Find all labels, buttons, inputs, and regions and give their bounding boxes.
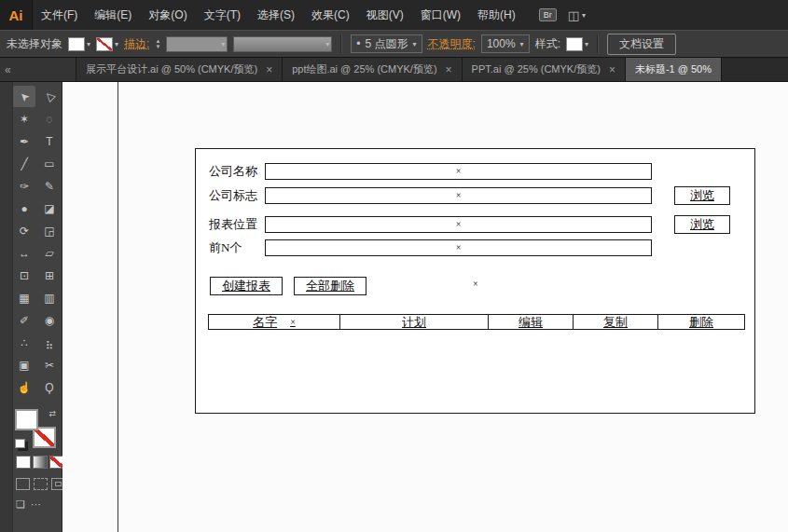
close-icon[interactable]: × — [609, 63, 615, 76]
menu-view[interactable]: 视图(V) — [358, 0, 412, 30]
more-options-icon[interactable]: ⋯ — [31, 498, 41, 511]
blob-brush-tool[interactable]: ● — [13, 198, 35, 219]
default-fill-stroke-icon[interactable] — [15, 439, 25, 448]
company-name-input[interactable]: × — [265, 163, 652, 180]
slice-tool[interactable]: ✂ — [38, 354, 61, 375]
color-button[interactable] — [16, 456, 31, 469]
menu-object[interactable]: 对象(O) — [140, 0, 195, 30]
company-logo-input[interactable]: × — [265, 187, 652, 204]
style-dropdown[interactable]: ▾ — [566, 37, 588, 51]
report-table-header: 名字 × 计划 编辑 复制 删除 — [208, 314, 745, 330]
stroke-panel-link[interactable]: 描边: — [124, 36, 149, 52]
scale-tool[interactable]: ◲ — [38, 220, 61, 241]
eraser-tool[interactable]: ◪ — [38, 198, 61, 219]
shape-builder-tool[interactable]: ⊡ — [13, 265, 35, 286]
mesh-tool-icon: ▦ — [19, 292, 29, 305]
width-tool[interactable]: ↔ — [13, 242, 35, 264]
perspective-grid-tool[interactable]: ⊞ — [38, 265, 61, 286]
artboard-tool[interactable]: ▣ — [13, 354, 35, 375]
eyedropper-tool[interactable]: ✐ — [13, 309, 35, 331]
app-logo: Ai — [0, 0, 33, 30]
stroke-weight-stepper[interactable]: ▲ ▼ — [155, 38, 160, 49]
table-header-delete[interactable]: 删除 — [657, 314, 745, 330]
bridge-icon[interactable]: Br — [539, 8, 557, 21]
document-tab-4-active[interactable]: 未标题-1 @ 50% — [626, 58, 722, 81]
table-header-copy[interactable]: 复制 — [573, 314, 658, 330]
type-tool[interactable]: T — [38, 130, 61, 152]
hand-tool[interactable]: ☝ — [13, 376, 35, 398]
mesh-tool[interactable]: ▦ — [13, 287, 35, 308]
variable-width-profile-dropdown[interactable]: ▾ — [233, 36, 332, 52]
rectangle-tool[interactable]: ▭ — [38, 153, 61, 174]
table-header-edit[interactable]: 编辑 — [488, 314, 574, 330]
stroke-weight-dropdown[interactable]: ▾ — [166, 36, 228, 52]
create-report-button[interactable]: 创建报表 — [210, 277, 283, 295]
fill-color-dropdown[interactable]: ▾ — [68, 37, 90, 51]
direct-selection-tool[interactable]: ▷ — [38, 86, 61, 107]
lasso-tool[interactable]: ◌ — [38, 108, 61, 130]
browse-logo-button[interactable]: 浏览 — [674, 186, 730, 205]
draw-behind-icon[interactable] — [34, 478, 48, 490]
chevron-down-icon: ▾ — [582, 11, 586, 20]
perspective-grid-tool-icon: ⊞ — [45, 269, 54, 282]
divider — [340, 34, 342, 53]
gradient-tool-icon: ▥ — [44, 292, 54, 305]
paintbrush-tool[interactable]: ✑ — [13, 175, 35, 197]
top-n-input[interactable]: × — [265, 239, 652, 256]
width-tool-icon: ↔ — [19, 247, 30, 260]
delete-all-button[interactable]: 全部删除 — [294, 277, 366, 295]
menu-window[interactable]: 窗口(W) — [412, 0, 469, 30]
document-tab-1[interactable]: 展示平台设计.ai @ 50% (CMYK/预览) × — [76, 58, 283, 81]
table-header-name[interactable]: 名字 × — [208, 314, 340, 330]
menu-type[interactable]: 文字(T) — [196, 0, 249, 30]
document-canvas[interactable]: 公司名称 × 公司标志 × 浏览 报表位置 × 浏览 前N个 × 创建报表 全部… — [62, 82, 788, 532]
symbol-sprayer-tool[interactable]: ∴ — [13, 332, 35, 353]
close-icon[interactable]: × — [266, 63, 272, 76]
table-header-plan[interactable]: 计划 — [339, 314, 489, 330]
chevron-down-icon: ▾ — [87, 40, 90, 48]
fill-stroke-widget: ⇄ — [15, 409, 56, 448]
chevron-down-icon: ▾ — [221, 40, 225, 48]
close-icon[interactable]: × — [446, 63, 452, 76]
browse-location-button[interactable]: 浏览 — [674, 215, 730, 234]
magic-wand-tool[interactable]: ✶ — [13, 108, 35, 130]
menu-help[interactable]: 帮助(H) — [469, 0, 524, 30]
menu-bar: Ai 文件(F) 编辑(E) 对象(O) 文字(T) 选择(S) 效果(C) 视… — [0, 0, 788, 30]
fill-color-swatch[interactable] — [15, 409, 38, 430]
brush-definition-dropdown[interactable]: • 5 点圆形 ▾ — [351, 34, 422, 53]
gradient-button[interactable] — [33, 456, 48, 469]
free-transform-tool[interactable]: ▱ — [38, 242, 61, 264]
workspace-switcher[interactable]: ◫ ▾ — [568, 8, 586, 22]
document-tab-3[interactable]: PPT.ai @ 25% (CMYK/预览) × — [463, 58, 626, 81]
swap-fill-stroke-icon[interactable]: ⇄ — [48, 409, 56, 418]
zoom-tool[interactable]: Ϙ — [38, 376, 61, 398]
line-segment-tool[interactable]: ╱ — [13, 153, 35, 174]
document-setup-button[interactable]: 文档设置 — [607, 34, 676, 55]
pen-tool[interactable]: ✒ — [13, 130, 35, 152]
report-location-input[interactable]: × — [265, 216, 652, 233]
menu-edit[interactable]: 编辑(E) — [86, 0, 140, 30]
opacity-dropdown[interactable]: 100% ▾ — [481, 34, 530, 53]
tools-panel-collapse[interactable]: « — [0, 58, 76, 81]
artboard-form-mockup[interactable]: 公司名称 × 公司标志 × 浏览 报表位置 × 浏览 前N个 × 创建报表 全部… — [195, 148, 755, 414]
tools-inner: ➤ ▷ ✶ ◌ ✒ T ╱ ▭ ✑ ✎ ● ◪ ⟳ ◲ ↔ ▱ ⊡ — [12, 82, 62, 511]
stroke-color-dropdown[interactable]: ▾ — [96, 37, 118, 51]
placeholder-mark: × — [456, 190, 462, 200]
menu-file[interactable]: 文件(F) — [33, 0, 86, 30]
opacity-panel-link[interactable]: 不透明度: — [428, 36, 476, 52]
selection-tool[interactable]: ➤ — [13, 86, 35, 107]
header-label: 编辑 — [518, 314, 543, 331]
screen-mode-icon[interactable]: ❏ — [16, 498, 25, 511]
rotate-tool[interactable]: ⟳ — [13, 220, 35, 241]
column-graph-tool[interactable]: ⣦ — [38, 332, 61, 353]
selection-status: 未选择对象 — [7, 36, 62, 52]
stray-mark: × — [473, 279, 478, 289]
style-swatch — [566, 37, 583, 51]
pencil-tool[interactable]: ✎ — [38, 175, 61, 197]
draw-normal-icon[interactable] — [16, 478, 30, 490]
menu-select[interactable]: 选择(S) — [249, 0, 303, 30]
document-tab-2[interactable]: ppt绘图.ai @ 25% (CMYK/预览) × — [283, 58, 462, 81]
menu-effect[interactable]: 效果(C) — [303, 0, 358, 30]
gradient-tool[interactable]: ▥ — [38, 287, 61, 308]
blend-tool[interactable]: ◉ — [38, 309, 61, 331]
